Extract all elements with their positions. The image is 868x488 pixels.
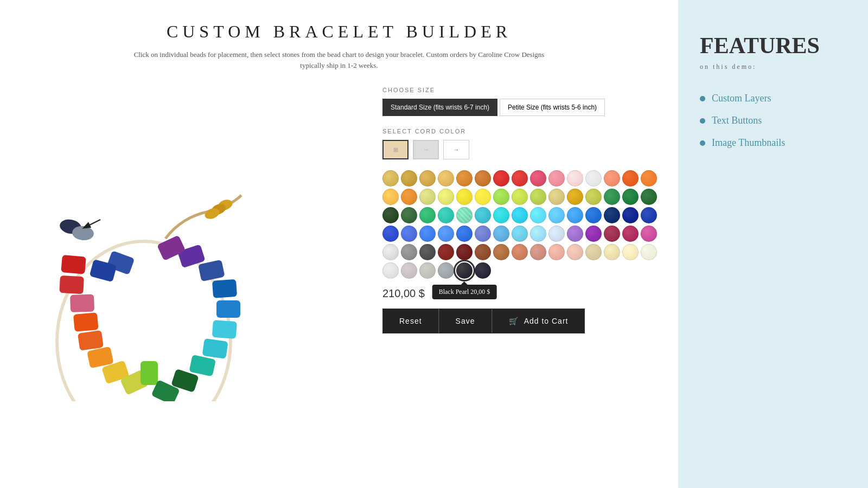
builder-area: CHOOSE SIZE Standard Size (fits wrists 6…: [14, 87, 665, 412]
size-standard-button[interactable]: Standard Size (fits wrists 6-7 inch): [382, 99, 497, 116]
bead-swatch[interactable]: [530, 170, 546, 187]
bead-swatch[interactable]: [475, 244, 491, 260]
bead-swatch[interactable]: [382, 170, 399, 187]
bead-swatch[interactable]: [401, 207, 417, 223]
bead-swatch[interactable]: [604, 189, 620, 205]
bead-swatch[interactable]: [641, 226, 657, 242]
bead-swatch[interactable]: [401, 189, 417, 205]
bead-swatch[interactable]: [604, 170, 620, 187]
bead-swatch[interactable]: [604, 244, 620, 260]
reset-button[interactable]: Reset: [382, 309, 439, 333]
bead-swatch[interactable]: [604, 207, 620, 223]
bead-swatch[interactable]: [438, 207, 454, 223]
bead-swatch[interactable]: [512, 170, 528, 187]
feature-list: Custom Layers Text Buttons Image Thumbna…: [700, 93, 846, 159]
cord-cream[interactable]: ⊞: [382, 140, 409, 159]
bead-swatch[interactable]: [475, 189, 491, 205]
bead-swatch[interactable]: [493, 189, 509, 205]
bead-swatch[interactable]: [512, 244, 528, 260]
bead-swatch[interactable]: [438, 189, 454, 205]
bead-swatch[interactable]: [622, 189, 639, 205]
svg-rect-14: [141, 361, 158, 385]
bead-swatch[interactable]: [512, 226, 528, 242]
bead-grid: Black Pearl 20,00 $: [382, 170, 665, 279]
bead-swatch[interactable]: [622, 244, 639, 260]
cord-black[interactable]: →: [443, 140, 469, 159]
bead-swatch[interactable]: [585, 170, 602, 187]
size-options: Standard Size (fits wrists 6-7 inch) Pet…: [382, 99, 665, 116]
bead-swatch[interactable]: [382, 244, 399, 260]
bead-swatch[interactable]: [419, 207, 436, 223]
bead-swatch[interactable]: [456, 207, 473, 223]
bead-swatch[interactable]: [622, 170, 639, 187]
bead-swatch[interactable]: [512, 189, 528, 205]
bead-swatch[interactable]: [585, 189, 602, 205]
bead-swatch[interactable]: [438, 226, 454, 242]
bead-swatch[interactable]: [456, 189, 473, 205]
bead-swatch[interactable]: [475, 262, 491, 279]
bead-swatch[interactable]: [641, 244, 657, 260]
bead-swatch[interactable]: [585, 207, 602, 223]
bead-swatch[interactable]: [493, 170, 509, 187]
add-to-cart-button[interactable]: 🛒 Add to Cart: [492, 309, 585, 333]
bead-swatch[interactable]: [585, 226, 602, 242]
bead-swatch[interactable]: [382, 262, 399, 279]
bead-swatch[interactable]: [567, 189, 583, 205]
bead-swatch[interactable]: [548, 244, 565, 260]
bead-swatch[interactable]: [530, 244, 546, 260]
bead-swatch[interactable]: [493, 207, 509, 223]
bead-swatch[interactable]: [548, 170, 565, 187]
save-button[interactable]: Save: [439, 309, 492, 333]
bead-swatch[interactable]: [419, 244, 436, 260]
bead-swatch[interactable]: [512, 207, 528, 223]
bead-swatch[interactable]: [438, 262, 454, 279]
bead-swatch[interactable]: [567, 170, 583, 187]
bead-swatch[interactable]: [438, 244, 454, 260]
feature-label: Custom Layers: [712, 93, 771, 104]
feature-custom-layers: Custom Layers: [700, 93, 846, 104]
bead-swatch[interactable]: [419, 170, 436, 187]
bead-swatch[interactable]: [382, 226, 399, 242]
bead-swatch[interactable]: [548, 226, 565, 242]
bead-swatch[interactable]: [401, 170, 417, 187]
bead-swatch[interactable]: [475, 170, 491, 187]
bead-swatch[interactable]: [622, 226, 639, 242]
bead-swatch[interactable]: [493, 226, 509, 242]
bead-swatch[interactable]: [585, 244, 602, 260]
svg-rect-21: [212, 279, 237, 298]
svg-rect-6: [61, 255, 86, 274]
bead-swatch[interactable]: [419, 226, 436, 242]
bead-swatch[interactable]: [456, 170, 473, 187]
bead-swatch[interactable]: [548, 189, 565, 205]
features-title: FEATURES: [700, 33, 846, 59]
bead-swatch[interactable]: [475, 207, 491, 223]
bead-swatch[interactable]: [401, 262, 417, 279]
size-petite-button[interactable]: Petite Size (fits wrists 5-6 inch): [500, 99, 605, 116]
bead-swatch[interactable]: [456, 226, 473, 242]
bead-swatch[interactable]: [456, 244, 473, 260]
bead-swatch[interactable]: [530, 189, 546, 205]
bead-swatch[interactable]: [438, 170, 454, 187]
bead-swatch[interactable]: [382, 189, 399, 205]
bead-swatch[interactable]: [641, 170, 657, 187]
bead-swatch[interactable]: [382, 207, 399, 223]
bead-swatch[interactable]: [567, 226, 583, 242]
bead-swatch[interactable]: [622, 207, 639, 223]
bead-swatch[interactable]: [401, 244, 417, 260]
bead-swatch[interactable]: [530, 207, 546, 223]
bead-swatch[interactable]: [475, 226, 491, 242]
bead-swatch[interactable]: [419, 189, 436, 205]
bead-swatch[interactable]: [401, 226, 417, 242]
cord-silver[interactable]: →: [413, 140, 439, 159]
bead-swatch[interactable]: [567, 244, 583, 260]
bead-swatch[interactable]: [493, 244, 509, 260]
bead-swatch[interactable]: [641, 189, 657, 205]
bead-swatch[interactable]: [567, 207, 583, 223]
bead-swatch[interactable]: [548, 207, 565, 223]
bead-black-pearl[interactable]: Black Pearl 20,00 $: [456, 262, 473, 279]
svg-rect-10: [78, 330, 104, 351]
bead-swatch[interactable]: [530, 226, 546, 242]
bead-swatch[interactable]: [641, 207, 657, 223]
bead-swatch[interactable]: [604, 226, 620, 242]
bead-swatch[interactable]: [419, 262, 436, 279]
